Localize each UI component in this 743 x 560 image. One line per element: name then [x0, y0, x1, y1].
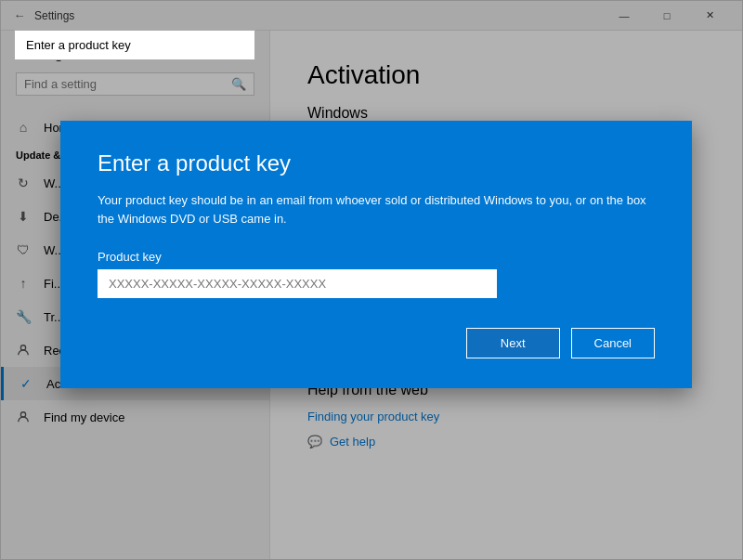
product-key-input[interactable]: [98, 269, 497, 298]
dialog-description: Your product key should be in an email f…: [98, 191, 655, 228]
next-button[interactable]: Next: [466, 328, 560, 358]
settings-window: ← Settings — □ ✕ Settings 🔍 ⌂ Home Updat…: [0, 0, 743, 560]
autocomplete-dropdown: Enter a product key: [14, 30, 255, 60]
product-key-dialog: Enter a product key Your product key sho…: [60, 121, 692, 388]
dialog-buttons: Next Cancel: [98, 328, 655, 358]
dialog-title: Enter a product key: [98, 150, 655, 176]
product-key-label: Product key: [98, 250, 655, 264]
autocomplete-item[interactable]: Enter a product key: [15, 31, 254, 59]
cancel-button[interactable]: Cancel: [571, 328, 655, 358]
